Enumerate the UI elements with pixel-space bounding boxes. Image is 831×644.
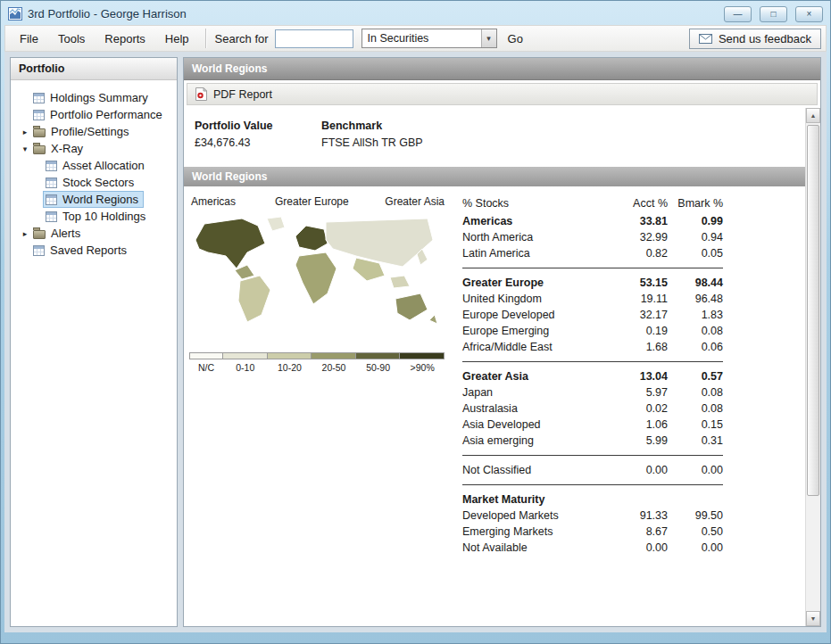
region-europe (295, 226, 328, 251)
chevron-down-icon[interactable]: ▾ (481, 29, 496, 47)
legend-swatch (268, 352, 312, 359)
sidebar-item-portfolio-performance[interactable]: Portfolio Performance (12, 106, 175, 123)
go-button[interactable]: Go (508, 32, 523, 45)
sidebar-item-saved-reports[interactable]: Saved Reports (12, 242, 175, 259)
region-south-america (238, 276, 270, 322)
report-icon (33, 245, 45, 256)
sidebar-item-top-10-holdings[interactable]: Top 10 Holdings (12, 208, 175, 225)
toolbar: File Tools Reports Help Search for In Se… (4, 25, 827, 52)
sidebar-item-label: Saved Reports (50, 244, 127, 257)
sidebar-item-alerts[interactable]: ▸ Alerts (12, 225, 175, 242)
toolbar-separator (205, 29, 206, 48)
page-title: World Regions (184, 58, 820, 80)
sidebar-item-asset-allocation[interactable]: Asset Allocation (12, 157, 175, 174)
table-row: North America 32.99 0.94 (462, 229, 723, 245)
sidebar-item-label: Stock Sectors (62, 176, 134, 189)
sidebar-item-stock-sectors[interactable]: Stock Sectors (12, 174, 175, 191)
app-body: Portfolio Holdings Summary Portfolio Per… (4, 52, 827, 632)
region-new-zealand (429, 315, 437, 324)
send-feedback-button[interactable]: Send us feedback (689, 29, 821, 49)
folder-icon (33, 230, 46, 239)
legend-item: 50-90 (356, 352, 401, 373)
sidebar-item-label: Profile/Settings (51, 125, 129, 138)
sidebar-item-world-regions[interactable]: World Regions (12, 191, 175, 208)
search-label: Search for (215, 32, 269, 45)
table-row: Latin America 0.82 0.05 (462, 245, 723, 261)
sidebar-item-label: Top 10 Holdings (62, 210, 145, 223)
collapse-arrow-icon[interactable]: ▾ (20, 144, 30, 153)
legend-item: 20-50 (312, 352, 356, 373)
menu-tools[interactable]: Tools (48, 28, 95, 50)
minimize-button[interactable]: — (724, 6, 752, 22)
scroll-up-icon[interactable]: ▲ (806, 108, 820, 123)
search-scope-dropdown[interactable]: In Securities ▾ (361, 29, 497, 48)
report-icon (33, 110, 45, 120)
table-row: Emerging Markets 8.67 0.50 (462, 524, 723, 540)
region-southeast-asia (390, 276, 410, 288)
pdf-report-button[interactable]: PDF Report (187, 83, 818, 105)
map-region-labels: Americas Greater Europe Greater Asia (189, 195, 452, 213)
region-australia (395, 293, 428, 320)
summary-block: Portfolio Value £34,676.43 Benchmark FTS… (184, 108, 805, 149)
vertical-scrollbar[interactable]: ▲ ▼ (805, 108, 820, 626)
legend-item: 0-10 (223, 352, 268, 373)
region-asia (326, 219, 433, 267)
table-row: Australasia 0.02 0.08 (462, 400, 723, 417)
section-header: World Regions (184, 167, 805, 186)
menu-reports[interactable]: Reports (95, 28, 155, 50)
menu-file[interactable]: File (10, 28, 48, 50)
region-greenland (267, 217, 285, 231)
table-row: Greater Europe 53.15 98.44 (462, 275, 723, 291)
report-icon (46, 161, 57, 171)
sidebar-item-label: Asset Allocation (62, 159, 145, 172)
scrollbar-thumb[interactable] (807, 125, 819, 496)
search-input[interactable] (275, 29, 353, 48)
expand-arrow-icon[interactable]: ▸ (20, 229, 30, 238)
divider (462, 361, 723, 362)
legend-item: 10-20 (268, 352, 312, 373)
sidebar-item-label: World Regions (62, 193, 138, 206)
portfolio-tree: Holdings Summary Portfolio Performance ▸… (11, 80, 177, 626)
table-header-row: % Stocks Acct % Bmark % (462, 195, 723, 211)
sidebar-item-profile-settings[interactable]: ▸ Profile/Settings (12, 123, 175, 140)
scroll-down-icon[interactable]: ▼ (806, 611, 820, 626)
table-row: Not Available 0.00 0.00 (462, 540, 723, 556)
table-row: Africa/Middle East 1.68 0.06 (462, 339, 723, 355)
app-window: 3rd Portfolio - George Harrison — □ × Fi… (0, 0, 831, 644)
table-row: Japan 5.97 0.08 (462, 384, 723, 400)
benchmark-label: Benchmark (321, 120, 423, 132)
legend-swatch (189, 352, 223, 359)
table-row: Americas 33.81 0.99 (462, 213, 723, 229)
divider (462, 455, 723, 456)
send-feedback-label: Send us feedback (719, 32, 811, 45)
sidebar-item-holdings-summary[interactable]: Holdings Summary (12, 89, 175, 106)
portfolio-value: £34,676.43 (195, 136, 321, 149)
report-icon (46, 194, 57, 205)
folder-open-icon (33, 145, 46, 154)
sidebar-item-label: Alerts (51, 227, 80, 240)
maximize-button[interactable]: □ (760, 6, 787, 22)
table-row: Europe Emerging 0.19 0.08 (462, 323, 723, 339)
table-row: Asia emerging 5.99 0.31 (462, 433, 723, 449)
map-column: Americas Greater Europe Greater Asia (189, 195, 452, 556)
menu-help[interactable]: Help (155, 28, 199, 50)
scrollbar-track[interactable] (806, 123, 820, 611)
window-title: 3rd Portfolio - George Harrison (28, 7, 716, 21)
legend-swatch (312, 352, 356, 359)
app-chart-icon (8, 7, 22, 21)
map-label-americas: Americas (191, 195, 275, 208)
map-label-greater-asia: Greater Asia (375, 195, 452, 208)
content-wrap: Portfolio Value £34,676.43 Benchmark FTS… (184, 108, 820, 626)
main-panel: World Regions PDF Report Portfolio Value… (183, 57, 821, 627)
divider (462, 484, 723, 485)
legend-swatch (223, 352, 268, 359)
table-row: Asia Developed 1.06 0.15 (462, 417, 723, 433)
legend-item: N/C (189, 352, 223, 373)
sidebar-item-x-ray[interactable]: ▾ X-Ray (12, 140, 175, 157)
sidebar-item-label: Holdings Summary (50, 91, 148, 104)
portfolio-value-label: Portfolio Value (195, 120, 321, 132)
world-map (189, 213, 441, 347)
close-button[interactable]: × (795, 6, 823, 22)
table-row: Market Maturity (462, 491, 723, 508)
expand-arrow-icon[interactable]: ▸ (20, 128, 30, 136)
